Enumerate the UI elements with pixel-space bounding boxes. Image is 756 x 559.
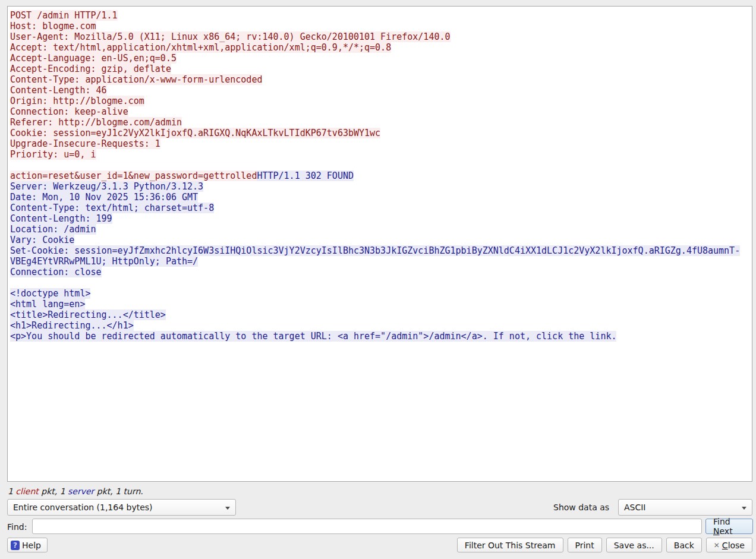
conversation-select[interactable]: Entire conversation (1,164 bytes): [7, 499, 236, 516]
filter-out-label: Filter Out This Stream: [465, 541, 556, 550]
client-data-segment: Content-Length: 46: [10, 85, 107, 96]
client-data-segment: Connection: keep-alive: [10, 106, 128, 117]
client-data-segment: Priority: u=0, i: [10, 149, 96, 160]
help-icon: ?: [11, 541, 20, 550]
stream-line: Referer: http://blogme.com/admin: [10, 117, 751, 128]
server-data-segment: <html lang=en>: [10, 299, 85, 309]
close-icon: ✕: [714, 541, 720, 549]
show-data-as-select[interactable]: ASCII: [618, 499, 752, 516]
dialog-button-box: Filter Out This Stream Print Save as... …: [457, 538, 752, 552]
chevron-down-icon: [225, 507, 230, 510]
filter-out-this-stream-button[interactable]: Filter Out This Stream: [457, 538, 563, 552]
find-input[interactable]: [32, 519, 702, 534]
server-data-segment: <title>Redirecting...</title>: [10, 309, 166, 320]
stream-line: Vary: Cookie: [10, 235, 751, 245]
find-next-button[interactable]: Find Next: [705, 519, 753, 534]
stream-line: <html lang=en>: [10, 299, 751, 309]
stream-line: POST /admin HTTP/1.1: [10, 10, 751, 21]
stream-line: Accept-Language: en-US,en;q=0.5: [10, 53, 751, 64]
stream-line: Content-Type: application/x-www-form-url…: [10, 74, 751, 85]
stream-line: Cookie: session=eyJ1c2VyX2lkIjoxfQ.aRIGX…: [10, 128, 751, 138]
show-data-as-label: Show data as: [553, 503, 609, 512]
stream-line: User-Agent: Mozilla/5.0 (X11; Linux x86_…: [10, 31, 751, 42]
server-data-segment: <h1>Redirecting...</h1>: [10, 320, 134, 331]
stream-line: Server: Werkzeug/3.1.3 Python/3.12.3: [10, 181, 751, 192]
stream-line: <title>Redirecting...</title>: [10, 309, 751, 320]
back-label: Back: [674, 541, 694, 550]
client-data-segment: Origin: http://blogme.com: [10, 96, 144, 106]
stream-line: Content-Type: text/html; charset=utf-8: [10, 203, 751, 213]
follow-tcp-stream-dialog: { "colors": { "client_text": "#8b1c1c", …: [0, 0, 756, 559]
client-data-segment: Accept-Language: en-US,en;q=0.5: [10, 53, 177, 64]
client-data-segment: Accept-Encoding: gzip, deflate: [10, 64, 171, 74]
stream-line: Content-Length: 46: [10, 85, 751, 96]
server-data-segment: Set-Cookie: session=eyJfZmxhc2hlcyI6W3si…: [10, 245, 740, 256]
stream-line: Location: /admin: [10, 224, 751, 235]
server-data-segment: Content-Type: text/html; charset=utf-8: [10, 203, 214, 213]
stream-line: VBEg4EYtVRRwPML1U; HttpOnly; Path=/: [10, 256, 751, 267]
client-data-segment: POST /admin HTTP/1.1: [10, 10, 118, 21]
save-as-label: Save as...: [614, 541, 654, 550]
client-data-segment: Upgrade-Insecure-Requests: 1: [10, 138, 160, 149]
stream-line: Origin: http://blogme.com: [10, 96, 751, 106]
stream-line: [10, 277, 751, 288]
stream-line: <p>You should be redirected automaticall…: [10, 331, 751, 342]
stats-server-word: server: [68, 487, 94, 496]
help-button[interactable]: ? Help: [7, 538, 48, 552]
server-data-segment: Content-Length: 199: [10, 213, 112, 224]
close-label: Close: [722, 541, 745, 550]
show-data-as-value: ASCII: [624, 503, 646, 512]
stats-part1: 1: [8, 487, 15, 496]
server-data-segment: <!doctype html>: [10, 288, 90, 299]
server-data-segment: Vary: Cookie: [10, 235, 74, 245]
print-label: Print: [575, 541, 594, 550]
stats-part2: pkt, 1: [39, 487, 68, 496]
stream-line: Priority: u=0, i: [10, 149, 751, 160]
find-label: Find:: [7, 522, 27, 532]
stream-line: Connection: keep-alive: [10, 106, 751, 117]
stream-line: Date: Mon, 10 Nov 2025 15:36:06 GMT: [10, 192, 751, 203]
chevron-down-icon: [742, 507, 746, 510]
help-button-label: Help: [22, 541, 41, 550]
server-data-segment: Connection: close: [10, 267, 102, 277]
server-data-segment: VBEg4EYtVRRwPML1U; HttpOnly; Path=/: [10, 256, 198, 267]
back-button[interactable]: Back: [666, 538, 702, 552]
server-data-segment: Date: Mon, 10 Nov 2025 15:36:06 GMT: [10, 192, 198, 203]
conversation-select-value: Entire conversation (1,164 bytes): [13, 503, 153, 512]
stats-client-word: client: [15, 487, 38, 496]
stream-line: Content-Length: 199: [10, 213, 751, 224]
find-next-label: Find Next: [713, 517, 745, 536]
stream-line: Upgrade-Insecure-Requests: 1: [10, 138, 751, 149]
close-button[interactable]: ✕ Close: [706, 538, 752, 552]
client-data-segment: Accept: text/html,application/xhtml+xml,…: [10, 42, 391, 53]
stream-line: <h1>Redirecting...</h1>: [10, 320, 751, 331]
server-data-segment: Server: Werkzeug/3.1.3 Python/3.12.3: [10, 181, 203, 192]
stream-line: Set-Cookie: session=eyJfZmxhc2hlcyI6W3si…: [10, 245, 751, 256]
follow-stream-text-pane[interactable]: POST /admin HTTP/1.1Host: blogme.comUser…: [7, 6, 752, 482]
server-data-segment: Location: /admin: [10, 224, 96, 235]
client-data-segment: action=reset&user_id=1&new_password=gett…: [10, 170, 257, 181]
print-button[interactable]: Print: [568, 538, 602, 552]
server-data-segment: <p>You should be redirected automaticall…: [10, 331, 616, 342]
stats-part3: pkt, 1 turn.: [94, 487, 143, 496]
client-data-segment: Cookie: session=eyJ1c2VyX2lkIjoxfQ.aRIGX…: [10, 128, 380, 138]
stream-line: [10, 160, 751, 170]
stream-line: Host: blogme.com: [10, 21, 751, 31]
stream-line: <!doctype html>: [10, 288, 751, 299]
stream-line: Connection: close: [10, 267, 751, 277]
stream-line: action=reset&user_id=1&new_password=gett…: [10, 170, 751, 181]
client-data-segment: Referer: http://blogme.com/admin: [10, 117, 182, 128]
stream-line: Accept-Encoding: gzip, deflate: [10, 64, 751, 74]
client-data-segment: Content-Type: application/x-www-form-url…: [10, 74, 262, 85]
stream-stats: 1 client pkt, 1 server pkt, 1 turn.: [8, 487, 143, 496]
server-data-segment: HTTP/1.1 302 FOUND: [257, 170, 354, 181]
client-data-segment: User-Agent: Mozilla/5.0 (X11; Linux x86_…: [10, 31, 451, 42]
client-data-segment: Host: blogme.com: [10, 21, 96, 31]
save-as-button[interactable]: Save as...: [606, 538, 662, 552]
stream-line: Accept: text/html,application/xhtml+xml,…: [10, 42, 751, 53]
